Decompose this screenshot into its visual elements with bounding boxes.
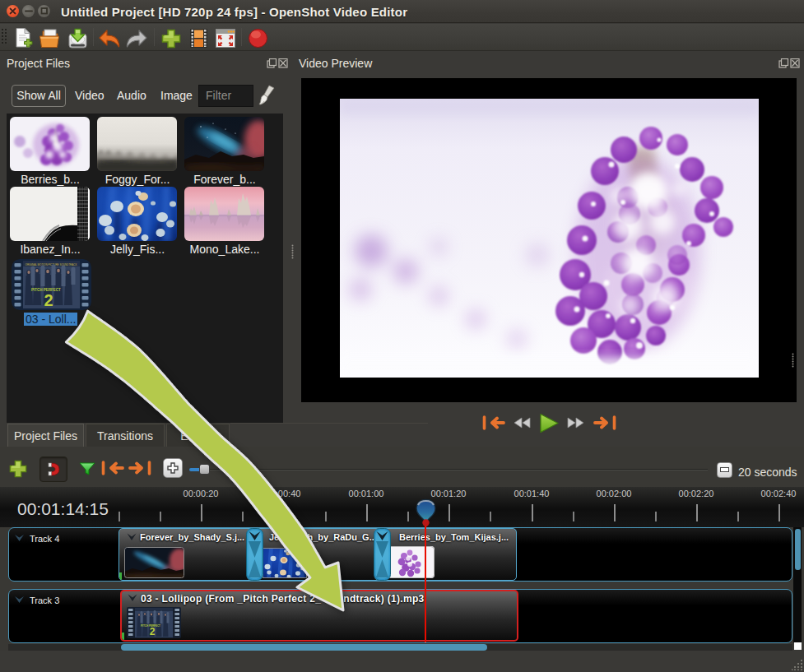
svg-text:2: 2 (44, 291, 53, 309)
svg-text:2: 2 (150, 626, 156, 637)
svg-text:ORIGINAL MOTION PICTURE SOUNDT: ORIGINAL MOTION PICTURE SOUNDTRACK (26, 263, 77, 266)
